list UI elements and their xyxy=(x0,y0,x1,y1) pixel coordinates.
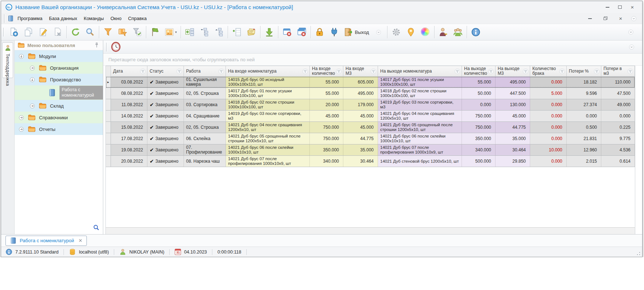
cell-loss-m3[interactable]: 49.000 xyxy=(601,99,635,110)
sidebar-item-modules[interactable]: Модули xyxy=(15,50,103,62)
filter-button-output-quantity[interactable] xyxy=(488,68,494,74)
column-header-input-m3[interactable]: На входе М3 xyxy=(343,66,378,77)
cell-input-m3[interactable]: 45.000 xyxy=(343,111,378,121)
cell-defect-quantity[interactable]: 0.000 xyxy=(530,156,567,167)
cell-work[interactable]: 06. Склейка xyxy=(184,133,226,144)
cell-status[interactable]: ✔Завершено xyxy=(147,133,184,144)
cell-status[interactable]: ✔Завершено xyxy=(147,99,184,110)
filter-button-loss-percent[interactable] xyxy=(594,68,600,74)
cell-input-nomenclature[interactable]: 14018 Дуб брус 02 после строшки 1000x100… xyxy=(226,99,310,110)
cell-date[interactable]: 19.08.2022 xyxy=(111,144,147,155)
mdi-close-button[interactable]: × xyxy=(615,15,626,23)
filter-columns-button[interactable] xyxy=(115,25,130,39)
edit-record-button[interactable] xyxy=(36,25,50,39)
menu-database[interactable]: База данных xyxy=(46,14,80,23)
copy-record-button[interactable] xyxy=(21,25,36,39)
filter-button-status[interactable] xyxy=(176,68,182,74)
table-row[interactable]: 08.08.2022✔Завершено02, 05. Строшка14017… xyxy=(106,88,635,99)
filter-button-date[interactable] xyxy=(140,68,146,74)
toolbar-options-button[interactable] xyxy=(371,25,386,39)
cell-defect-quantity[interactable]: 0.000 xyxy=(530,111,567,121)
cell-loss-percent[interactable]: 0.500 xyxy=(567,122,601,133)
table-row[interactable]: 11.08.2022✔Завершено03. Сортировка14018 … xyxy=(106,99,635,111)
cell-input-nomenclature[interactable]: 14021 Дуб брус 05 срощенный после строшк… xyxy=(226,133,310,144)
cell-loss-percent[interactable]: 12.960 xyxy=(567,144,601,155)
cell-work[interactable]: 02, 05. Строшка xyxy=(184,88,226,99)
cell-status[interactable]: ✔Завершено xyxy=(147,88,184,99)
cell-date[interactable]: 03.08.2022 xyxy=(111,77,147,88)
settings-button[interactable] xyxy=(389,25,404,39)
filter-button-input-nomenclature[interactable] xyxy=(302,68,308,74)
import-button[interactable] xyxy=(262,25,277,39)
cell-defect-quantity[interactable]: 5.000 xyxy=(530,88,567,99)
sidebar-item-organization[interactable]: Организация xyxy=(15,62,103,74)
tree-collapse-button[interactable] xyxy=(212,25,226,39)
secondary-toolbar-more-button[interactable] xyxy=(628,44,635,50)
image-button[interactable]: ▾ xyxy=(162,25,179,39)
tree-expand-button[interactable] xyxy=(197,25,212,39)
sidebar-item-directories[interactable]: Справочники xyxy=(15,112,103,123)
cell-work[interactable]: 04. Сращивание xyxy=(184,111,226,121)
cell-output-m3[interactable]: 35.000 xyxy=(495,133,530,144)
cell-loss-percent[interactable]: 2.015 xyxy=(567,156,601,167)
filter-button-input-quantity[interactable] xyxy=(336,68,342,74)
menu-help[interactable]: Справка xyxy=(125,14,150,23)
cell-defect-quantity[interactable]: 0.000 xyxy=(530,99,567,110)
table-row[interactable]: 14.08.2022✔Завершено04. Сращивание14019 … xyxy=(106,111,635,122)
user-permissions-button[interactable] xyxy=(436,25,451,39)
cell-loss-m3[interactable]: 4.536 xyxy=(601,144,635,155)
cell-loss-percent[interactable]: 18.182 xyxy=(567,77,601,88)
cell-loss-m3[interactable]: 110.000 xyxy=(601,77,635,88)
delete-record-button[interactable] xyxy=(50,25,65,39)
menu-commands[interactable]: Команды xyxy=(81,14,107,23)
cell-loss-percent[interactable]: 21.831 xyxy=(567,133,601,144)
cell-input-quantity[interactable]: 750.000 xyxy=(310,133,343,144)
toolbar-more-button[interactable] xyxy=(628,29,634,35)
cell-date[interactable]: 14.08.2022 xyxy=(111,111,147,121)
cell-input-nomenclature[interactable]: 14021 Дуб брус 06 после склейки 1000x10x… xyxy=(226,144,310,155)
cell-status[interactable]: ✔Завершено xyxy=(147,122,184,133)
cell-date[interactable]: 17.08.2022 xyxy=(111,133,147,144)
table-row[interactable]: 20.08.2022✔Завершено08. Нарезка чаш14021… xyxy=(106,156,635,167)
cell-input-m3[interactable]: 30.464 xyxy=(343,156,378,167)
table-row[interactable]: 19.08.2022✔Завершено07. Профилирование14… xyxy=(106,144,635,156)
refresh-button[interactable] xyxy=(68,25,83,39)
cell-date[interactable]: 20.08.2022 xyxy=(111,156,147,167)
cell-input-m3[interactable]: 495.000 xyxy=(343,88,378,99)
filter-button[interactable] xyxy=(101,25,115,39)
table-row[interactable]: 15.08.2022✔Завершено02, 05. Строшка14021… xyxy=(106,122,635,133)
tab-nomenclature-work[interactable]: Работа с номенклатурой ✕ xyxy=(5,236,87,246)
cell-output-quantity[interactable]: 750.000 xyxy=(462,122,495,133)
notes-button[interactable] xyxy=(244,25,259,39)
cell-output-nomenclature[interactable]: 14019 Дуб брус 03 после сортировки, м3 xyxy=(378,99,462,110)
mdi-restore-button[interactable] xyxy=(600,15,611,23)
mdi-minimize-button[interactable] xyxy=(585,15,595,23)
sidebar-item-reports[interactable]: Отчеты xyxy=(15,123,103,135)
location-button[interactable] xyxy=(404,25,418,39)
cell-output-quantity[interactable]: 50.000 xyxy=(462,88,495,99)
cell-output-m3[interactable]: 447.500 xyxy=(495,88,530,99)
cell-output-quantity[interactable]: 350.000 xyxy=(462,133,495,144)
cell-defect-quantity[interactable]: 10.000 xyxy=(530,144,567,155)
filter-button-defect-quantity[interactable] xyxy=(559,68,565,74)
column-header-defect-quantity[interactable]: Количество брака xyxy=(530,66,567,77)
filter-button-input-m3[interactable] xyxy=(370,68,377,74)
cell-input-m3[interactable]: 179.000 xyxy=(343,99,378,110)
cell-loss-m3[interactable]: 0.225 xyxy=(601,122,635,133)
column-header-work[interactable]: Работа xyxy=(184,66,226,77)
cell-output-nomenclature[interactable]: 14017 Дуб брус 01 после усушки 1000x100x… xyxy=(378,77,462,88)
column-header-date[interactable]: Дата xyxy=(111,66,147,77)
cell-input-nomenclature[interactable]: 14017 Дуб брус 01 после усушки 1000x100x… xyxy=(226,88,310,99)
cell-date[interactable]: 15.08.2022 xyxy=(111,122,147,133)
cell-loss-percent[interactable]: 9.596 xyxy=(567,88,601,99)
colors-button[interactable] xyxy=(418,25,433,39)
flag-button[interactable] xyxy=(148,25,162,39)
cell-input-m3[interactable]: 45.000 xyxy=(343,122,378,133)
cell-work[interactable]: 03. Сортировка xyxy=(184,99,226,110)
search-button[interactable] xyxy=(83,25,97,39)
column-header-input-quantity[interactable]: На входе количество xyxy=(310,66,343,77)
new-record-button[interactable] xyxy=(7,25,21,39)
cell-input-m3[interactable]: 605.000 xyxy=(343,77,378,88)
filter-button-work[interactable] xyxy=(218,68,224,74)
cell-input-nomenclature[interactable]: 14021 Дуб брус 04 после сращивания 1200x… xyxy=(226,122,310,133)
